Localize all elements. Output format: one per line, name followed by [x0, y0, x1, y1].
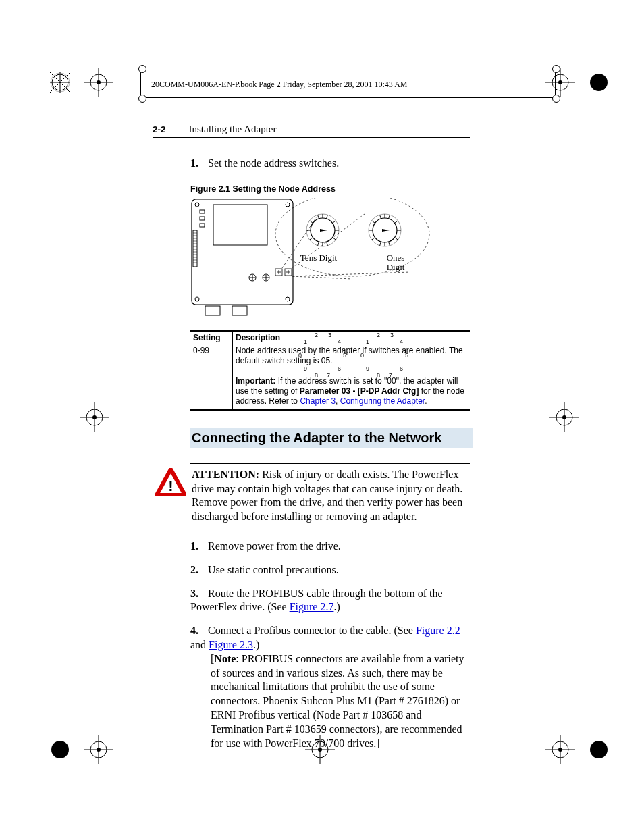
svg-line-96	[380, 242, 381, 246]
tens-label: Tens Digit	[298, 253, 339, 263]
chapter-3-link[interactable]: Chapter 3	[300, 396, 336, 406]
figure-2-1: 0 1 2 3 4 5 6 7 8 9 0 1 2 3 4 5 6 7	[190, 198, 433, 321]
reg-mark-bottom-left	[50, 735, 113, 764]
step-item: 3.Route the PROFIBUS cable through the b…	[190, 587, 470, 615]
figure-2-3-link[interactable]: Figure 2.3	[209, 639, 253, 650]
frame-corner-icon	[138, 95, 146, 103]
content: 2-2 Installing the Adapter 1.Set the nod…	[153, 123, 466, 760]
step-item: 2.Use static control precautions.	[190, 563, 470, 577]
reg-mark-top-left	[50, 68, 113, 97]
ones-label: Ones Digit	[377, 253, 414, 273]
svg-line-93	[395, 237, 398, 240]
svg-line-91	[395, 221, 398, 224]
frame-corner-icon	[552, 65, 560, 73]
svg-line-95	[389, 215, 390, 219]
svg-rect-43	[200, 217, 205, 220]
figure-2-7-link[interactable]: Figure 2.7	[290, 601, 334, 613]
attention-block: ! ATTENTION: Risk of injury or death exi…	[190, 463, 470, 527]
th-setting: Setting	[190, 331, 233, 344]
book-meta-line: 20COMM-UM006A-EN-P.book Page 2 Friday, S…	[151, 80, 408, 90]
svg-line-90	[372, 221, 375, 224]
svg-line-81	[327, 215, 328, 219]
crosshair-icon	[545, 735, 575, 764]
svg-line-78	[310, 237, 313, 240]
svg-line-82	[318, 242, 319, 246]
crosshair-icon	[80, 402, 109, 432]
svg-point-40	[195, 297, 199, 301]
step-1: 1.Set the node address switches.	[190, 157, 470, 171]
reg-mark-bottom-right	[545, 735, 609, 764]
reg-mark-left	[80, 402, 109, 435]
step-text: Set the node address switches.	[208, 157, 339, 169]
page: 20COMM-UM006A-EN-P.book Page 2 Friday, S…	[0, 0, 644, 834]
td-setting: 0-99	[190, 344, 233, 410]
step-number: 1.	[190, 157, 201, 171]
reg-mark-right	[549, 402, 579, 435]
svg-text:!: !	[168, 477, 173, 494]
settings-table: Setting Description 0-99 Node address us…	[190, 330, 470, 411]
frame-line	[142, 97, 555, 98]
svg-line-94	[380, 215, 381, 219]
frame-corner-icon	[138, 65, 146, 73]
page-number: 2-2	[153, 124, 166, 134]
step-item: 4.Connect a Profibus connector to the ca…	[190, 624, 470, 750]
frame-corner-icon	[552, 95, 560, 103]
crosshair-icon	[84, 735, 113, 764]
svg-rect-44	[200, 224, 205, 227]
procedure-steps: 1.Remove power from the drive. 2.Use sta…	[190, 540, 470, 750]
svg-line-79	[333, 237, 336, 240]
svg-line-76	[310, 221, 313, 224]
attention-text: ATTENTION: Risk of injury or death exist…	[192, 468, 470, 524]
th-description: Description	[233, 331, 471, 344]
step-item: 1.Remove power from the drive.	[190, 540, 470, 554]
attention-icon: !	[155, 468, 186, 524]
svg-point-41	[286, 297, 290, 301]
svg-rect-45	[213, 205, 267, 245]
figure-caption: Figure 2.1 Setting the Node Address	[190, 184, 466, 194]
svg-line-83	[327, 242, 328, 246]
td-description: Node address used by the adapter if swit…	[233, 344, 471, 410]
section-heading: Connecting the Adapter to the Network	[190, 428, 473, 448]
svg-point-15	[51, 741, 69, 758]
crosshair-icon	[545, 68, 575, 97]
svg-point-14	[590, 74, 608, 91]
svg-point-38	[195, 203, 199, 207]
configuring-adapter-link[interactable]: Configuring the Adapter	[340, 396, 425, 406]
frame-line	[142, 68, 555, 68]
svg-point-39	[286, 203, 290, 207]
step-note: [Note: PROFIBUS connectors are available…	[211, 652, 470, 751]
svg-rect-37	[192, 199, 293, 305]
svg-point-24	[590, 741, 608, 758]
svg-rect-67	[205, 306, 220, 315]
svg-rect-68	[232, 306, 247, 315]
crosshair-icon	[549, 402, 579, 432]
crosshair-icon	[84, 68, 113, 97]
svg-line-77	[333, 221, 336, 224]
page-header: 2-2 Installing the Adapter	[153, 123, 470, 138]
svg-line-80	[318, 215, 319, 219]
figure-2-2-link[interactable]: Figure 2.2	[416, 625, 460, 636]
svg-line-92	[372, 237, 375, 240]
svg-rect-42	[200, 210, 205, 213]
svg-line-97	[389, 242, 390, 246]
chapter-title: Installing the Adapter	[189, 124, 277, 134]
